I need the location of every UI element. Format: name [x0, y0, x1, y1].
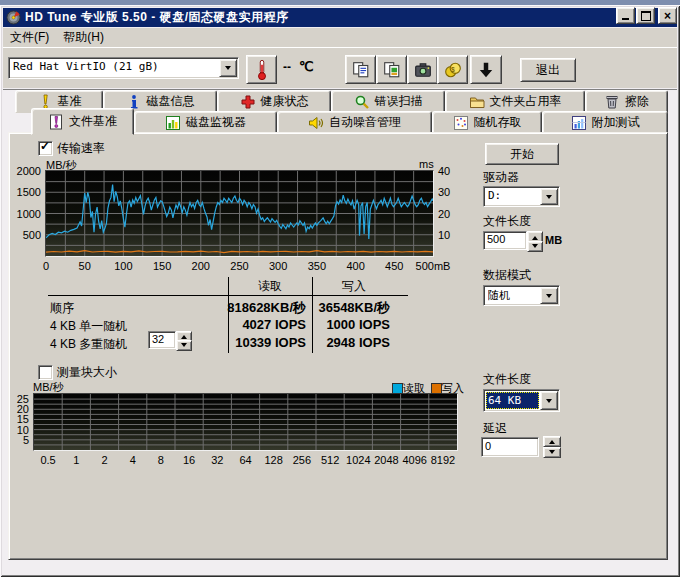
random-access-icon	[453, 115, 469, 131]
table-row-label: 4 KB 单一随机	[50, 318, 127, 335]
tab-erase[interactable]: 擦除	[585, 90, 668, 113]
table-header-divider	[48, 295, 408, 296]
table-row-label: 顺序	[50, 300, 74, 317]
block-file-length-dropdown-button[interactable]	[540, 391, 558, 410]
tab-disk-monitor[interactable]: 磁盘监视器	[134, 111, 277, 134]
spin-down-icon	[532, 244, 538, 251]
drive-label: 驱动器	[483, 169, 519, 186]
transfer-rate-chart	[45, 170, 434, 257]
health-icon	[240, 94, 256, 110]
delay-up-button[interactable]	[543, 436, 561, 447]
hd-tune-window: HD Tune 专业版 5.50 - 硬盘/固态硬盘实用程序 × 文件(F) 帮…	[0, 0, 680, 577]
drive-combo-value: D:	[488, 189, 539, 202]
extra-tests-icon	[571, 115, 587, 131]
file-benchmark-icon	[48, 114, 64, 130]
temperature-unit: ℃	[299, 59, 314, 74]
screenshot-button[interactable]	[407, 55, 438, 84]
legend-write-swatch	[431, 383, 442, 394]
delay-input[interactable]: 0	[481, 437, 539, 457]
start-button[interactable]: 开始	[485, 143, 559, 165]
chart1-y-axis-label: MB/秒	[46, 158, 77, 173]
drive-combo-dropdown-button[interactable]	[540, 188, 558, 205]
table-cell-write: 1000 IOPS	[268, 317, 390, 332]
chevron-down-icon	[546, 195, 552, 202]
tab-random-access[interactable]: 随机存取	[432, 111, 542, 134]
close-icon: ×	[664, 11, 671, 21]
legend-read-swatch	[392, 383, 403, 394]
purchase-button[interactable]: $	[437, 55, 468, 84]
spin-up-icon	[549, 437, 555, 444]
table-row-label: 4 KB 多重随机	[50, 336, 127, 353]
disk-monitor-icon	[165, 115, 181, 131]
menu-file[interactable]: 文件(F)	[3, 27, 56, 48]
block-size-checkbox-label: 测量块大小	[57, 364, 117, 381]
drive-select-value: Red Hat VirtIO (21 gB)	[13, 60, 218, 73]
copy-image-button[interactable]	[376, 55, 407, 84]
block-size-checkbox[interactable]	[38, 365, 53, 380]
data-mode-label: 数据模式	[483, 267, 531, 284]
copy-image-icon	[383, 61, 401, 79]
maximize-button[interactable]	[636, 7, 655, 24]
data-mode-combo[interactable]: 随机	[483, 285, 560, 306]
erase-icon	[604, 94, 620, 110]
data-mode-dropdown-button[interactable]	[540, 287, 558, 304]
aam-speaker-icon	[308, 115, 324, 131]
block-file-length-combo[interactable]: 64 KB	[483, 389, 560, 412]
menu-help[interactable]: 帮助(H)	[56, 27, 111, 48]
spin-up-icon	[532, 233, 538, 240]
minimize-button[interactable]	[616, 7, 635, 24]
app-icon	[6, 10, 21, 25]
chart1-y2-axis-label: ms	[419, 158, 434, 170]
error-scan-icon	[354, 94, 370, 110]
copy-text-button[interactable]	[345, 55, 376, 84]
camera-icon	[414, 61, 432, 79]
tab-health[interactable]: 健康状态	[217, 90, 331, 113]
tab-error-scan[interactable]: 错误扫描	[331, 90, 445, 113]
menu-bar: 文件(F) 帮助(H)	[3, 28, 677, 48]
delay-down-button[interactable]	[543, 447, 561, 458]
folder-usage-icon	[469, 94, 485, 110]
copy-text-icon	[352, 61, 370, 79]
tab-aam[interactable]: 自动噪音管理	[277, 111, 432, 134]
table-cell-write: 36548KB/秒	[268, 299, 390, 317]
title-bar[interactable]: HD Tune 专业版 5.50 - 硬盘/固态硬盘实用程序	[3, 8, 677, 27]
delay-label: 延迟	[483, 420, 507, 437]
block-file-length-value: 64 KB	[486, 392, 539, 409]
legend-write-label: 写入	[442, 381, 464, 396]
queue-depth-spinner[interactable]: 32	[148, 331, 176, 349]
drive-combo[interactable]: D:	[483, 186, 560, 207]
chevron-down-icon	[225, 66, 231, 73]
chevron-down-icon	[546, 294, 552, 301]
coins-icon: $	[444, 61, 462, 79]
transfer-rate-checkbox[interactable]	[38, 141, 53, 156]
file-length-down-button[interactable]	[527, 241, 543, 252]
window-title: HD Tune 专业版 5.50 - 硬盘/固态硬盘实用程序	[25, 9, 288, 26]
download-arrow-icon	[477, 61, 495, 79]
table-header-write: 写入	[314, 278, 394, 295]
table-cell-write: 2948 IOPS	[268, 335, 390, 350]
minimize-icon	[622, 18, 629, 20]
tab-folder-usage[interactable]: 文件夹占用率	[445, 90, 585, 113]
drive-select-combo[interactable]: Red Hat VirtIO (21 gB)	[8, 57, 239, 79]
block-file-length-label: 文件长度	[483, 371, 531, 388]
chart2-y-axis-label: MB/秒	[33, 380, 64, 395]
table-header-read: 读取	[230, 278, 310, 295]
maximize-icon	[641, 11, 651, 21]
tab-file-benchmark[interactable]: 文件基准	[31, 108, 134, 135]
file-length-label: 文件长度	[483, 213, 531, 230]
close-button[interactable]: ×	[658, 7, 677, 24]
thermometer-icon	[255, 59, 269, 81]
tab-extra-tests[interactable]: 附加测试	[542, 111, 668, 134]
temperature-button[interactable]	[246, 55, 277, 84]
toolbar: Red Hat VirtIO (21 gB) -- ℃	[3, 48, 677, 88]
svg-text:$: $	[451, 65, 455, 73]
temperature-value: --	[283, 60, 291, 74]
exit-button[interactable]: 退出	[520, 58, 576, 82]
transfer-rate-checkbox-label: 传输速率	[57, 140, 105, 157]
chevron-down-icon	[546, 399, 552, 406]
drive-select-dropdown-button[interactable]	[219, 59, 237, 77]
file-length-spinner[interactable]: 500	[483, 231, 527, 250]
save-results-button[interactable]	[470, 55, 502, 84]
file-length-unit: MB	[545, 234, 562, 246]
legend-read-label: 读取	[403, 381, 425, 396]
